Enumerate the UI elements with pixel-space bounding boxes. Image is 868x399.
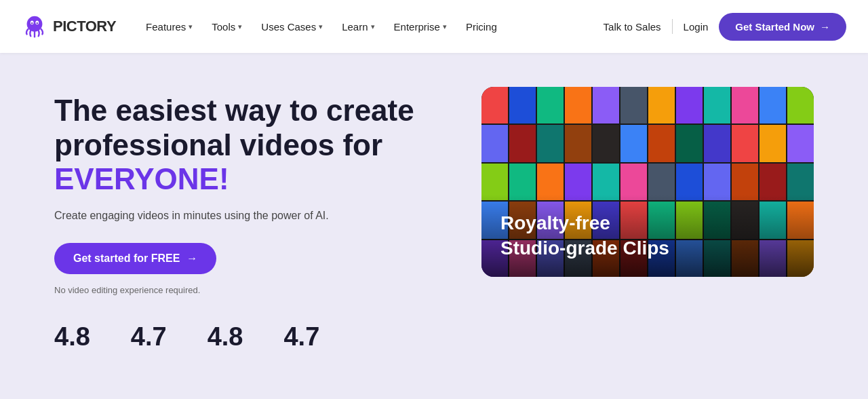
mosaic-cell [732,87,758,124]
nav-pricing-label: Pricing [466,21,497,33]
mosaic-cell [481,87,508,124]
logo-link[interactable]: PICTORY [22,14,116,39]
no-experience-text: No video editing experience required. [54,285,441,295]
nav-enterprise[interactable]: Enterprise ▾ [386,16,455,38]
nav-features[interactable]: Features ▾ [138,16,201,38]
video-overlay-line1: Royalty-free [500,212,610,233]
svg-point-0 [27,16,43,32]
nav-use-cases[interactable]: Uses Cases ▾ [253,16,331,38]
talk-to-sales-link[interactable]: Talk to Sales [604,21,661,33]
nav-pricing[interactable]: Pricing [458,16,505,38]
mosaic-cell [760,125,786,162]
mosaic-cell [593,87,619,124]
svg-point-3 [31,22,33,24]
video-card: Royalty-free Studio-grade Clips [481,87,814,277]
mosaic-cell [787,125,814,162]
mosaic-cell [537,87,564,124]
mosaic-cell [787,87,814,124]
mosaic-cell [509,87,536,124]
mosaic-cell [676,125,703,162]
hero-title-line1: The easiest way to create [54,94,414,127]
rating-4-value: 4.7 [283,322,319,352]
mosaic-cell [760,87,786,124]
video-overlay-line2: Studio-grade Clips [500,238,669,259]
mosaic-cell [593,125,619,162]
nav-divider [672,19,673,34]
mosaic-cell [676,87,703,124]
logo-icon [22,14,47,39]
nav-use-cases-label: Uses Cases [261,21,316,33]
svg-point-4 [37,22,38,24]
ratings-row: 4.8 4.7 4.8 4.7 [54,322,441,352]
nav-tools-label: Tools [212,21,235,33]
login-button[interactable]: Login [684,21,709,33]
mosaic-cell [620,125,647,162]
brand-name: PICTORY [53,18,116,35]
hero-content: The easiest way to create professional v… [54,87,441,352]
learn-chevron-icon: ▾ [371,22,375,31]
enterprise-chevron-icon: ▾ [443,22,447,31]
get-started-hero-label: Get started for FREE [73,252,180,265]
mosaic-cell [509,125,536,162]
use-cases-chevron-icon: ▾ [319,22,323,31]
mosaic-cell [704,125,730,162]
nav-enterprise-label: Enterprise [394,21,440,33]
rating-2-value: 4.7 [131,322,167,352]
get-started-hero-button[interactable]: Get started for FREE → [54,243,216,274]
hero-title: The easiest way to create professional v… [54,94,441,197]
nav-tools[interactable]: Tools ▾ [203,16,250,38]
rating-2: 4.7 [131,322,167,352]
mosaic-cell [704,87,730,124]
video-overlay-text: Royalty-free Studio-grade Clips [500,211,795,261]
rating-3: 4.8 [208,322,243,352]
hero-section: The easiest way to create professional v… [0,53,868,399]
mosaic-cell [565,125,591,162]
features-chevron-icon: ▾ [189,22,193,31]
tools-chevron-icon: ▾ [238,22,242,31]
hero-title-accent: EVERYONE! [54,162,229,195]
nav-learn[interactable]: Learn ▾ [334,16,382,38]
mosaic-cell [565,87,591,124]
hero-title-line2: professional videos for [54,128,382,162]
nav-features-label: Features [146,21,186,33]
rating-1: 4.8 [54,322,90,352]
video-overlay: Royalty-free Studio-grade Clips [481,195,814,277]
mosaic-cell [648,125,675,162]
navbar: PICTORY Features ▾ Tools ▾ Uses Cases ▾ … [0,0,868,53]
mosaic-cell [648,87,675,124]
hero-subtitle: Create engaging videos in minutes using … [54,208,441,224]
mosaic-cell [732,125,758,162]
get-started-hero-arrow: → [186,252,197,265]
mosaic-cell [537,125,564,162]
nav-links: Features ▾ Tools ▾ Uses Cases ▾ Learn ▾ … [138,16,603,38]
rating-4: 4.7 [283,322,319,352]
mosaic-cell [481,125,508,162]
get-started-nav-button[interactable]: Get Started Now → [719,13,846,41]
nav-right: Talk to Sales Login Get Started Now → [604,13,846,41]
rating-3-value: 4.8 [208,322,243,352]
get-started-nav-arrow: → [820,21,830,33]
hero-image-area: Royalty-free Studio-grade Clips [481,87,814,277]
get-started-nav-label: Get Started Now [735,21,814,33]
rating-1-value: 4.8 [54,322,90,352]
mosaic-cell [620,87,647,124]
nav-learn-label: Learn [342,21,368,33]
